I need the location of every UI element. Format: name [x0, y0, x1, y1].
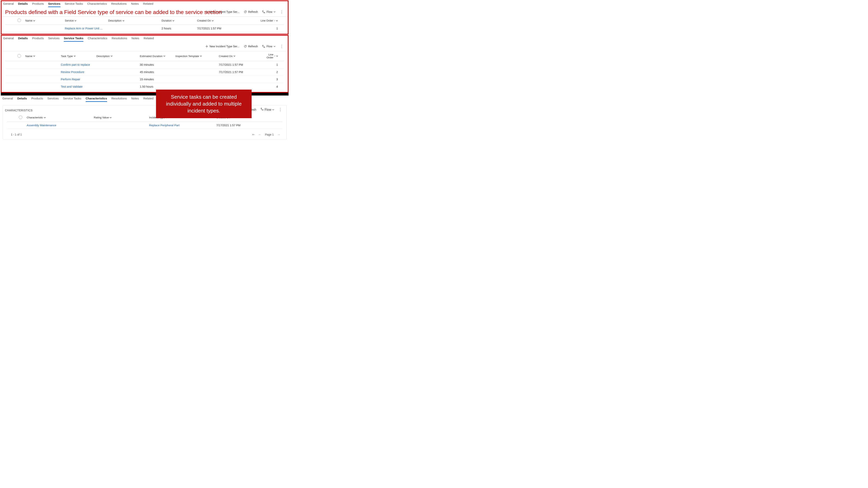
table-row[interactable]: Review Procedure45 minutes7/17/2021 1:57… [5, 68, 284, 76]
col-service[interactable]: Service [65, 19, 108, 22]
tab-notes[interactable]: Notes [131, 97, 139, 102]
tab-characteristics[interactable]: Characteristics [88, 36, 107, 42]
tab-service-tasks[interactable]: Service Tasks [65, 2, 83, 7]
svg-point-3 [264, 47, 265, 47]
col-description[interactable]: Description [108, 19, 161, 22]
pager-first-icon[interactable]: ⇤ [252, 133, 255, 136]
table-row[interactable]: Confirm part to replace30 minutes7/17/20… [5, 61, 284, 68]
tab-notes[interactable]: Notes [131, 36, 139, 42]
tab-details[interactable]: Details [18, 36, 28, 42]
tab-strip: GeneralDetailsProductsServicesService Ta… [2, 36, 288, 42]
tab-characteristics[interactable]: Characteristics [87, 2, 107, 7]
svg-point-0 [262, 11, 263, 11]
col-name[interactable]: Name [25, 55, 61, 58]
table-row[interactable]: Perform Repair15 minutes3 [5, 76, 284, 83]
col-lineorder[interactable]: Line Order ↑ [252, 19, 284, 22]
tab-service-tasks[interactable]: Service Tasks [63, 97, 81, 102]
chevron-down-icon [274, 11, 276, 13]
service-tasks-grid: Name Task Type Description Estimated Dur… [5, 51, 284, 90]
section-title: CHARACTERISTICS [3, 105, 35, 113]
col-lineorder[interactable]: Line Order ↑ [262, 53, 284, 59]
tab-general[interactable]: General [3, 36, 13, 42]
svg-point-4 [261, 108, 262, 109]
tab-services[interactable]: Services [48, 2, 60, 7]
svg-point-1 [264, 12, 265, 13]
table-row[interactable]: Test and Validate1.50 hours4 [5, 83, 284, 90]
tab-general[interactable]: General [2, 97, 13, 102]
chevron-down-icon [272, 109, 274, 111]
tab-notes[interactable]: Notes [131, 2, 138, 7]
tab-products[interactable]: Products [32, 36, 44, 42]
more-button[interactable]: ⋮ [278, 108, 282, 111]
col-description[interactable]: Description [96, 55, 140, 58]
callout-box: Service tasks can be created individuall… [156, 90, 252, 118]
tasktype-link[interactable]: Test and Validate [61, 85, 96, 88]
tab-related[interactable]: Related [144, 36, 154, 42]
new-button[interactable]: New Incident Type Ser... [205, 45, 240, 48]
col-rating[interactable]: Rating Value [94, 116, 149, 119]
flow-icon [262, 10, 265, 13]
panel-service-tasks: GeneralDetailsProductsServicesService Ta… [1, 35, 288, 93]
services-grid: Name Service Description Duration Create… [5, 17, 284, 32]
table-row[interactable]: Replace Arm or Power Unit ...2 hours7/17… [5, 25, 284, 32]
col-name[interactable]: Name [25, 19, 65, 22]
tab-related[interactable]: Related [144, 97, 154, 102]
tab-strip: GeneralDetailsProductsServicesService Ta… [2, 1, 288, 7]
more-button[interactable]: ⋮ [280, 44, 284, 48]
pager-prev-icon[interactable]: ← [258, 133, 261, 136]
col-created[interactable]: Created On [219, 55, 262, 58]
toolbar: New Incident Type Ser... Refresh Flow ⋮ [2, 42, 288, 51]
pager-range: 1 - 1 of 1 [11, 133, 22, 136]
tab-services[interactable]: Services [48, 97, 59, 102]
tab-products[interactable]: Products [32, 2, 44, 7]
pager-next-icon[interactable]: → [277, 133, 280, 136]
svg-point-2 [262, 45, 263, 46]
select-all-checkbox[interactable] [18, 19, 21, 22]
tab-general[interactable]: General [3, 2, 13, 7]
tab-details[interactable]: Details [17, 97, 27, 102]
tab-related[interactable]: Related [143, 2, 153, 7]
tasktype-link[interactable]: Perform Repair [61, 78, 96, 81]
refresh-icon [244, 10, 247, 13]
tab-services[interactable]: Services [48, 36, 60, 42]
tab-resolutions[interactable]: Resolutions [112, 97, 127, 102]
service-link[interactable]: Replace Arm or Power Unit ... [65, 27, 108, 30]
tasktype-link[interactable]: Review Procedure [61, 70, 96, 74]
tab-resolutions[interactable]: Resolutions [111, 2, 127, 7]
col-duration[interactable]: Duration [161, 19, 197, 22]
annotation-text: Products defined with a Field Service ty… [5, 9, 222, 15]
flow-icon [262, 45, 265, 48]
col-created[interactable]: Created On [197, 19, 252, 22]
flow-button[interactable]: Flow [262, 10, 276, 13]
characteristic-link[interactable]: Assembly Maintenance [27, 124, 94, 127]
select-all-checkbox[interactable] [18, 54, 21, 58]
col-inspection[interactable]: Inspection Template [175, 55, 219, 58]
refresh-icon [244, 45, 247, 48]
flow-button[interactable]: Flow [260, 107, 274, 111]
plus-icon [205, 45, 208, 48]
pager-page: Page 1 [265, 133, 274, 136]
tab-resolutions[interactable]: Resolutions [112, 36, 127, 42]
col-tasktype[interactable]: Task Type [61, 55, 96, 58]
select-all-checkbox[interactable] [19, 116, 22, 119]
tab-details[interactable]: Details [18, 2, 28, 7]
tab-characteristics[interactable]: Characteristics [86, 97, 107, 102]
chevron-down-icon [274, 45, 276, 47]
col-characteristic[interactable]: Characteristic [27, 116, 94, 119]
flow-icon [260, 107, 264, 111]
refresh-button[interactable]: Refresh [244, 45, 258, 48]
tab-service-tasks[interactable]: Service Tasks [64, 36, 83, 42]
svg-point-5 [262, 109, 263, 110]
more-button[interactable]: ⋮ [280, 10, 284, 13]
flow-button[interactable]: Flow [262, 45, 276, 48]
tab-products[interactable]: Products [31, 97, 43, 102]
tasktype-link[interactable]: Confirm part to replace [61, 63, 96, 66]
incident-type-link[interactable]: Replace Peripheral Part [149, 124, 216, 127]
pager: 1 - 1 of 1 ⇤ ← Page 1 → [3, 131, 286, 139]
table-row[interactable]: Assembly MaintenanceReplace Peripheral P… [7, 122, 282, 129]
col-estimated[interactable]: Estimated Duration [140, 55, 175, 58]
refresh-button[interactable]: Refresh [244, 10, 258, 13]
panel-services: GeneralDetailsProductsServicesService Ta… [1, 0, 288, 35]
